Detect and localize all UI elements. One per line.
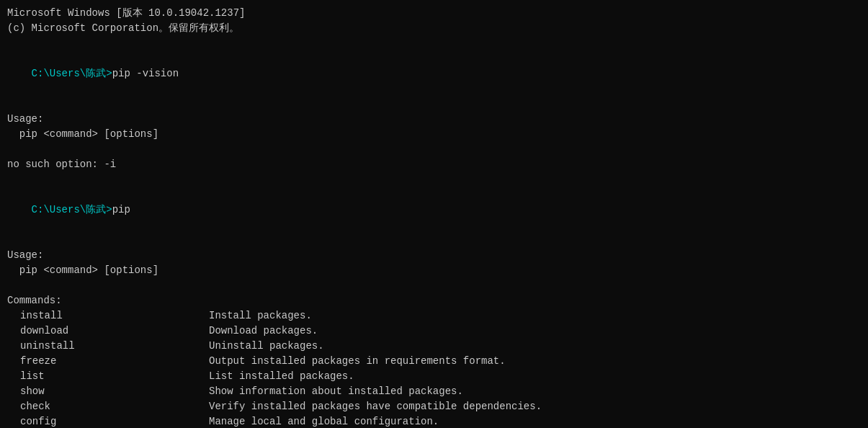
command-row-check: checkVerify installed packages have comp…: [7, 399, 861, 414]
command-row-show: showShow information about installed pac…: [7, 384, 861, 399]
error-line: no such option: -i: [7, 157, 861, 172]
usage-cmd-2: pip <command> [options]: [7, 263, 861, 278]
prompt-line-1: C:\Users\陈武>pip -vision: [7, 51, 861, 97]
command-name-freeze: freeze: [7, 354, 209, 369]
spacer-1: [7, 36, 861, 51]
command-name-download: download: [7, 324, 209, 339]
command-name-check: check: [7, 399, 209, 414]
prompt-path-2: C:\Users\陈武>: [32, 204, 112, 215]
prompt-path-1: C:\Users\陈武>: [32, 68, 112, 79]
command-row-uninstall: uninstallUninstall packages.: [7, 339, 861, 354]
command-desc-download: Download packages.: [209, 324, 861, 339]
command-desc-install: Install packages.: [209, 308, 861, 324]
spacer-5: [7, 233, 861, 248]
command-row-config: configManage local and global configurat…: [7, 414, 861, 428]
command-desc-uninstall: Uninstall packages.: [209, 339, 861, 354]
spacer-3: [7, 142, 861, 157]
command-name-uninstall: uninstall: [7, 339, 209, 354]
command-2: pip: [112, 204, 130, 215]
command-name-config: config: [7, 414, 209, 428]
header-line-1: Microsoft Windows [版本 10.0.19042.1237]: [7, 6, 861, 21]
command-row-install: installInstall packages.: [7, 308, 861, 324]
header-line-2: (c) Microsoft Corporation。保留所有权利。: [7, 21, 861, 36]
command-desc-config: Manage local and global configuration.: [209, 414, 861, 428]
command-row-download: downloadDownload packages.: [7, 324, 861, 339]
command-name-list: list: [7, 369, 209, 384]
commands-label: Commands:: [7, 293, 861, 308]
usage-label-1: Usage:: [7, 112, 861, 127]
command-desc-freeze: Output installed packages in requirement…: [209, 354, 861, 369]
command-desc-list: List installed packages.: [209, 369, 861, 384]
spacer-4: [7, 172, 861, 187]
spacer-2: [7, 97, 861, 112]
command-desc-show: Show information about installed package…: [209, 384, 861, 399]
terminal-window: Microsoft Windows [版本 10.0.19042.1237] (…: [7, 6, 861, 422]
commands-table: installInstall packages.downloadDownload…: [7, 308, 861, 428]
command-desc-check: Verify installed packages have compatibl…: [209, 399, 861, 414]
command-row-list: listList installed packages.: [7, 369, 861, 384]
command-name-show: show: [7, 384, 209, 399]
command-1: pip -vision: [112, 68, 179, 79]
usage-label-2: Usage:: [7, 248, 861, 263]
command-name-install: install: [7, 308, 209, 324]
prompt-line-2: C:\Users\陈武>pip: [7, 187, 861, 233]
command-row-freeze: freezeOutput installed packages in requi…: [7, 354, 861, 369]
spacer-6: [7, 278, 861, 293]
usage-cmd-1: pip <command> [options]: [7, 127, 861, 142]
